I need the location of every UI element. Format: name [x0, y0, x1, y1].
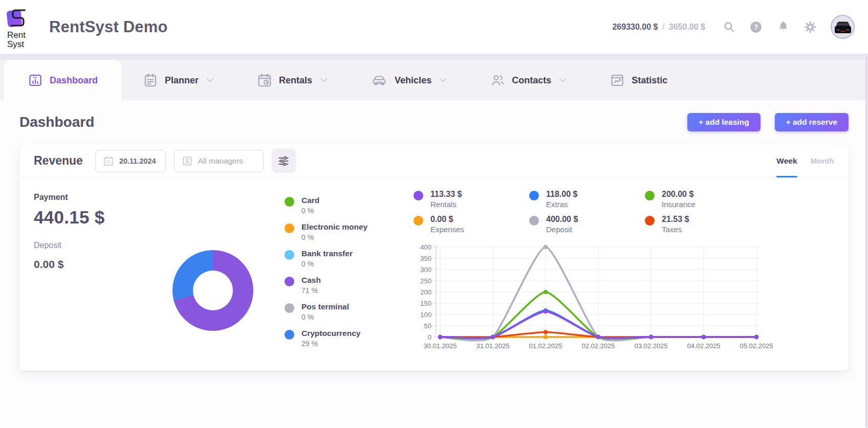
data-point-insurance[interactable]	[544, 290, 548, 294]
filter-button[interactable]	[272, 149, 296, 173]
svg-text:?: ?	[754, 22, 758, 31]
help-icon: ?	[749, 20, 763, 34]
search-icon	[723, 20, 735, 33]
y-axis-label: 200	[420, 288, 431, 296]
car-avatar-icon	[832, 16, 854, 38]
revenue-card-header: Revenue 20.11.2024	[19, 145, 849, 177]
date-filter-input[interactable]: 20.11.2024	[95, 150, 166, 172]
nav-item-label: Vehicles	[395, 75, 431, 86]
payment-stats: Payment 440.15 $ Deposit 0.00 $	[34, 190, 146, 352]
line-legend-amount: 400.00 $	[546, 215, 578, 224]
legend-dot-icon	[285, 277, 294, 286]
donut-legend-label: Electronic money	[301, 222, 367, 232]
donut-legend-percent: 0 %	[301, 233, 367, 241]
nav-item-contacts[interactable]: Contacts	[468, 60, 588, 101]
nav-item-statistic[interactable]: Statistic	[588, 60, 689, 101]
nav-item-vehicles[interactable]: Vehicles	[349, 60, 468, 101]
page-title: Dashboard	[19, 114, 94, 130]
data-point-rentals[interactable]	[649, 335, 653, 339]
legend-dot-icon	[529, 216, 539, 226]
line-legend-name: Taxes	[662, 225, 689, 234]
rentsyst-logo-icon	[5, 7, 32, 32]
donut-legend-item: Cash71 %	[285, 276, 407, 295]
add-leasing-button[interactable]: + add leasing	[687, 113, 761, 131]
payment-value: 440.15 $	[34, 207, 146, 228]
nav-item-dashboard[interactable]: Dashboard	[4, 60, 121, 101]
line-legend-amount: 118.00 $	[546, 190, 577, 199]
x-axis-label: 02.02.2025	[581, 342, 615, 350]
line-legend-name: Extras	[546, 200, 577, 209]
logo-text: Rent Syst	[5, 31, 26, 49]
y-axis-label: 300	[420, 266, 431, 274]
line-legend-item: 0.00 $Expenses	[414, 215, 529, 234]
data-point-rentals[interactable]	[491, 335, 495, 339]
line-legend-item: 400.00 $Deposit	[529, 215, 645, 234]
x-axis-label: 03.02.2025	[634, 342, 667, 350]
gear-icon	[804, 20, 817, 34]
data-point-taxes[interactable]	[544, 330, 548, 334]
donut-legend-item: Cryptocurrency29 %	[285, 329, 407, 348]
notifications-button[interactable]	[776, 20, 790, 34]
data-point-rentals[interactable]	[702, 335, 706, 339]
y-axis-label: 150	[420, 300, 431, 307]
donut-legend-item: Bank transfer0 %	[285, 249, 407, 268]
nav-item-rentals[interactable]: Rentals	[235, 60, 349, 101]
page-head: Dashboard + add leasing + add reserve	[19, 113, 849, 131]
help-button[interactable]: ?	[749, 20, 763, 34]
add-reserve-button[interactable]: + add reserve	[775, 113, 849, 131]
legend-dot-icon	[285, 223, 294, 233]
bell-icon	[777, 20, 790, 33]
period-toggle: Week Month	[776, 145, 834, 177]
data-point-rentals[interactable]	[596, 335, 600, 339]
data-point-rentals[interactable]	[754, 335, 758, 339]
x-axis-label: 31.01.2025	[476, 342, 509, 350]
search-button[interactable]	[722, 20, 735, 34]
user-avatar[interactable]	[831, 15, 855, 39]
nav-item-label: Statistic	[632, 75, 667, 86]
donut-legend-percent: 29 %	[301, 340, 360, 348]
line-legend-item: 21.53 $Taxes	[645, 215, 761, 234]
line-legend-item: 113.33 $Rentals	[414, 190, 529, 209]
payment-label: Payment	[34, 193, 146, 202]
legend-dot-icon	[285, 250, 294, 260]
donut-wrap	[146, 190, 279, 352]
managers-filter-select[interactable]: All managers	[174, 150, 264, 172]
y-axis-label: 100	[420, 311, 431, 319]
nav-item-label: Planner	[165, 75, 199, 86]
legend-dot-icon	[285, 303, 294, 313]
dashboard-icon	[28, 73, 43, 88]
deposit-value: 0.00 $	[34, 258, 146, 271]
y-axis-label: 350	[420, 255, 431, 262]
chevron-down-icon	[559, 78, 567, 83]
period-week-tab[interactable]: Week	[776, 145, 797, 177]
scrollbar[interactable]	[865, 56, 867, 428]
line-legend-name: Deposit	[546, 225, 578, 234]
main-content: Dashboard + add leasing + add reserve Re…	[0, 101, 868, 428]
y-axis-label: 400	[420, 243, 431, 251]
payment-donut-chart	[172, 250, 253, 331]
data-point-rentals[interactable]	[544, 309, 548, 313]
manager-icon	[182, 155, 193, 167]
balance: 269330.00 $ / 3650.00 $	[612, 22, 705, 32]
legend-dot-icon	[285, 330, 294, 340]
donut-legend-percent: 0 %	[301, 260, 353, 268]
donut-legend-item: Pos terminal0 %	[285, 302, 407, 321]
data-point-rentals[interactable]	[438, 335, 442, 339]
x-axis-label: 01.02.2025	[529, 342, 562, 350]
donut-legend-percent: 0 %	[301, 313, 349, 321]
legend-dot-icon	[645, 191, 655, 200]
contacts-icon	[490, 73, 505, 88]
legend-dot-icon	[285, 197, 294, 207]
y-axis-label: 250	[420, 277, 431, 285]
data-point-expenses[interactable]	[544, 335, 548, 339]
data-point-deposit[interactable]	[544, 245, 548, 249]
settings-button[interactable]	[804, 20, 817, 34]
legend-dot-icon	[414, 216, 423, 226]
nav-item-label: Contacts	[512, 75, 551, 86]
nav-item-planner[interactable]: Planner	[121, 60, 235, 101]
donut-legend-percent: 71 %	[301, 286, 321, 295]
line-chart-legend: 113.33 $Rentals118.00 $Extras200.00 $Ins…	[414, 190, 834, 234]
period-month-tab[interactable]: Month	[811, 145, 834, 177]
logo[interactable]: Rent Syst	[5, 7, 38, 49]
revenue-card-body: Payment 440.15 $ Deposit 0.00 $ Card0 %E…	[19, 177, 849, 371]
